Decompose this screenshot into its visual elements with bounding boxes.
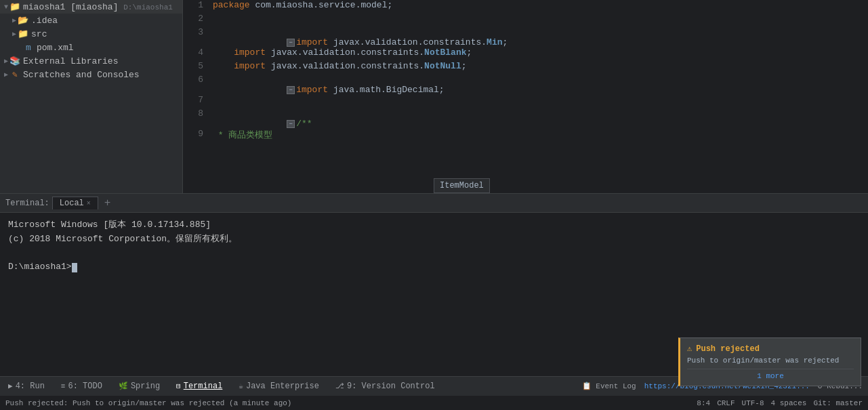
line-content-7 (210, 95, 868, 108)
terminal-icon: ⊟ (176, 382, 181, 390)
terminal-cursor (72, 263, 77, 272)
spring-icon: 🌿 (119, 382, 128, 390)
notification-more[interactable]: 1 more (687, 369, 854, 380)
todo-icon: ≡ (61, 382, 66, 390)
java-enterprise-icon: ☕ (239, 382, 243, 390)
notification-title: ⚠ Push rejected (687, 344, 854, 354)
code-line-5: 5 import javax.validation.constraints.No… (183, 61, 868, 75)
spring-label: Spring (131, 382, 160, 391)
code-line-9: 9 * 商品类模型 (183, 129, 868, 142)
line-num-3: 3 (183, 27, 210, 47)
sidebar-item-pom[interactable]: m pom.xml (0, 41, 182, 54)
run-label: 4: Run (16, 382, 45, 391)
code-line-4: 4 import javax.validation.constraints.No… (183, 47, 868, 61)
status-bar: Push rejected: Push to origin/master was… (0, 395, 868, 410)
cursor-position[interactable]: 8:4 (697, 399, 710, 407)
status-message: Push rejected: Push to origin/master was… (5, 399, 291, 407)
line-content-6: −import java.math.BigDecimal; (210, 75, 868, 95)
terminal-label-btn: Terminal (184, 382, 223, 391)
line-num-7: 7 (183, 95, 210, 108)
sidebar-item-scratches[interactable]: ▶ ✎ Scratches and Consoles (0, 68, 182, 81)
notification-title-text: Push rejected (696, 344, 760, 354)
scratches-icon: ✎ (9, 69, 20, 80)
scratches-arrow: ▶ (4, 70, 8, 79)
ext-libs-label: External Libraries (23, 56, 118, 66)
fold-icon-6[interactable]: − (287, 86, 295, 94)
status-bar-right-info: 8:4 CRLF UTF-8 4 spaces Git: master (697, 399, 863, 407)
code-line-8: 8 −/** (183, 108, 868, 129)
src-arrow: ▶ (12, 30, 16, 38)
scratches-label: Scratches and Consoles (23, 70, 140, 80)
code-table: 1 package com.miaosha.service.model; 2 3… (183, 0, 868, 142)
git-branch[interactable]: Git: master (813, 399, 863, 407)
project-arrow: ▼ (4, 3, 8, 11)
toolbar-terminal[interactable]: ⊟ Terminal (173, 380, 225, 392)
line-num-1: 1 (183, 0, 210, 14)
version-control-label: 9: Version Control (347, 382, 435, 391)
code-line-2: 2 (183, 14, 868, 27)
terminal-tab-close[interactable]: × (87, 200, 91, 207)
terminal-label: Terminal: (5, 199, 49, 208)
line-num-4: 4 (183, 47, 210, 61)
fold-icon-3[interactable]: − (287, 39, 295, 47)
toolbar-spring[interactable]: 🌿 Spring (116, 380, 163, 392)
notification-body: Push to origin/master was rejected (687, 356, 854, 365)
line-content-5: import javax.validation.constraints.NotN… (210, 61, 868, 75)
version-control-icon: ⎇ (335, 382, 344, 390)
line-content-4: import javax.validation.constraints.NotB… (210, 47, 868, 61)
line-num-8: 8 (183, 108, 210, 129)
terminal-line-2: (c) 2018 Microsoft Corporation。保留所有权利。 (8, 232, 860, 247)
terminal-prompt[interactable]: D:\miaosha1> (8, 260, 860, 274)
fold-icon-8[interactable]: − (287, 120, 295, 128)
line-num-2: 2 (183, 14, 210, 27)
ext-libs-icon: 📚 (9, 56, 20, 66)
toolbar-run[interactable]: ▶ 4: Run (5, 380, 47, 392)
terminal-prompt-text: D:\miaosha1> (8, 260, 72, 274)
todo-label: 6: TODO (68, 382, 102, 391)
src-folder-icon: 📁 (18, 28, 28, 39)
pom-label: pom.xml (37, 43, 74, 53)
terminal-tab-name: Local (60, 199, 84, 208)
toolbar-todo[interactable]: ≡ 6: TODO (58, 380, 105, 392)
line-num-5: 5 (183, 61, 210, 75)
sidebar-item-src[interactable]: ▶ 📁 src (0, 27, 182, 41)
line-content-9: * 商品类模型 (210, 129, 868, 142)
idea-label: .idea (31, 16, 58, 26)
code-line-1: 1 package com.miaosha.service.model; (183, 0, 868, 14)
java-enterprise-label: Java Enterprise (246, 382, 319, 391)
line-content-2 (210, 14, 868, 27)
project-name: miaosha1 [miaosha] D:\miaosha1 (23, 2, 173, 12)
idea-arrow: ▶ (12, 16, 16, 24)
editor-tooltip: ItemModel (434, 178, 490, 193)
line-num-9: 9 (183, 129, 210, 142)
sidebar-item-external-libraries[interactable]: ▶ 📚 External Libraries (0, 54, 182, 68)
run-icon: ▶ (8, 382, 13, 390)
toolbar-java-enterprise[interactable]: ☕ Java Enterprise (236, 380, 322, 392)
line-content-1: package com.miaosha.service.model; (210, 0, 868, 14)
sidebar: ▼ 📁 miaosha1 [miaosha] D:\miaosha1 ▶ 📂 .… (0, 0, 183, 193)
code-line-3: 3 −import javax.validation.constraints.M… (183, 27, 868, 47)
warning-icon: ⚠ (687, 344, 692, 354)
line-ending[interactable]: CRLF (717, 399, 735, 407)
terminal-line-3 (8, 247, 860, 261)
encoding[interactable]: UTF-8 (742, 399, 764, 407)
code-line-7: 7 (183, 95, 868, 108)
main-area: ▼ 📁 miaosha1 [miaosha] D:\miaosha1 ▶ 📂 .… (0, 0, 868, 193)
terminal-tabs: Terminal: Local × + (0, 194, 868, 213)
sidebar-project-header[interactable]: ▼ 📁 miaosha1 [miaosha] D:\miaosha1 (0, 0, 182, 14)
project-folder-icon: 📁 (9, 1, 20, 12)
terminal-tab-local[interactable]: Local × (52, 197, 98, 209)
editor-area: 1 package com.miaosha.service.model; 2 3… (183, 0, 868, 193)
idea-folder-icon: 📂 (18, 15, 28, 26)
sidebar-item-idea[interactable]: ▶ 📂 .idea (0, 14, 182, 27)
code-line-6: 6 −import java.math.BigDecimal; (183, 75, 868, 95)
code-view[interactable]: 1 package com.miaosha.service.model; 2 3… (183, 0, 868, 193)
line-content-8: −/** (210, 108, 868, 129)
toolbar-version-control[interactable]: ⎇ 9: Version Control (333, 380, 438, 392)
line-content-3: −import javax.validation.constraints.Min… (210, 27, 868, 47)
line-num-6: 6 (183, 75, 210, 95)
terminal-add-button[interactable]: + (101, 197, 115, 210)
src-label: src (31, 29, 47, 39)
event-log-item[interactable]: 📋 Event Log (582, 382, 636, 390)
indent[interactable]: 4 spaces (771, 399, 807, 407)
